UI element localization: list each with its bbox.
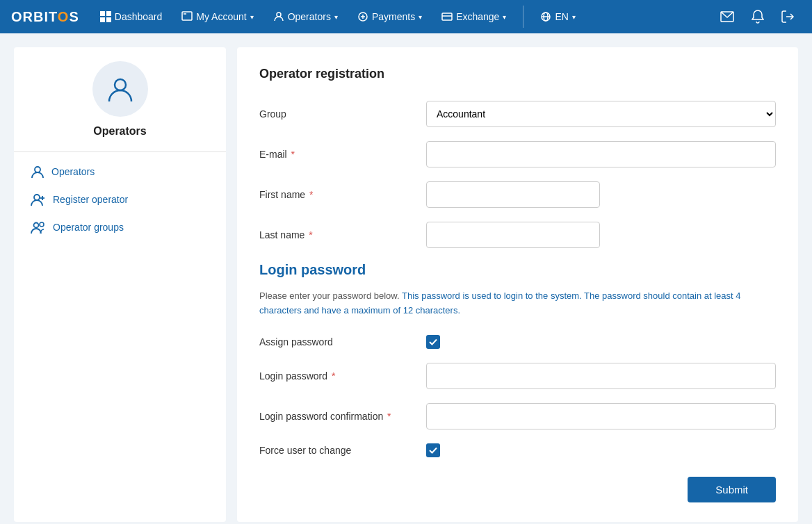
people-icon bbox=[31, 220, 46, 234]
mail-icon bbox=[720, 11, 734, 22]
nav-payments-label: Payments bbox=[372, 11, 415, 22]
svg-rect-1 bbox=[106, 11, 111, 16]
lastname-label: Last name * bbox=[259, 229, 426, 240]
content-area: Operator registration Group Accountant A… bbox=[237, 47, 798, 522]
login-password-field[interactable] bbox=[426, 363, 776, 389]
sidebar-title: Operators bbox=[93, 125, 146, 138]
nav-exchange-label: Exchange bbox=[456, 11, 499, 22]
firstname-label: First name * bbox=[259, 189, 426, 200]
page-title: Operator registration bbox=[259, 67, 776, 81]
login-password-confirm-label: Login password confirmation * bbox=[259, 411, 426, 422]
nav-divider bbox=[523, 6, 523, 28]
globe-icon bbox=[540, 11, 551, 22]
login-confirm-required-star: * bbox=[387, 411, 391, 422]
svg-point-15 bbox=[35, 167, 40, 172]
nav-myaccount-label: My Account bbox=[196, 11, 246, 22]
sidebar-item-operators-label: Operators bbox=[51, 166, 95, 177]
email-row: E-mail * bbox=[259, 141, 776, 167]
email-field[interactable] bbox=[426, 141, 776, 167]
exchange-icon bbox=[441, 11, 453, 22]
assign-password-checkbox-wrapper bbox=[426, 335, 440, 349]
myaccount-chevron-icon: ▾ bbox=[250, 13, 254, 21]
assign-password-label: Assign password bbox=[259, 336, 426, 347]
force-change-label: Force user to change bbox=[259, 445, 426, 456]
svg-point-20 bbox=[40, 222, 44, 227]
svg-point-14 bbox=[115, 79, 126, 90]
myaccount-icon bbox=[181, 11, 193, 22]
svg-rect-4 bbox=[182, 12, 192, 20]
operators-chevron-icon: ▾ bbox=[334, 13, 338, 21]
sidebar-item-operators[interactable]: Operators bbox=[14, 158, 226, 186]
password-section-desc: Please enter your password below. This p… bbox=[259, 289, 776, 318]
svg-rect-2 bbox=[100, 17, 105, 22]
sidebar-item-register-label: Register operator bbox=[53, 194, 128, 205]
sidebar-item-groups-label: Operator groups bbox=[53, 222, 124, 233]
assign-password-row: Assign password bbox=[259, 335, 776, 349]
language-chevron-icon: ▾ bbox=[572, 13, 576, 21]
logo-text: ORBITOS bbox=[11, 9, 79, 25]
nav-dashboard[interactable]: Dashboard bbox=[93, 0, 170, 33]
logo[interactable]: ORBITOS bbox=[11, 9, 79, 25]
nav-operators-label: Operators bbox=[288, 11, 331, 22]
logo-accent: O bbox=[58, 9, 70, 24]
sidebar-divider bbox=[14, 152, 226, 152]
lastname-required-star: * bbox=[309, 229, 312, 240]
firstname-row: First name * bbox=[259, 181, 776, 208]
login-password-row: Login password * bbox=[259, 363, 776, 389]
sidebar-item-register-operator[interactable]: Register operator bbox=[14, 186, 226, 213]
force-change-checkbox-wrapper bbox=[426, 443, 440, 457]
navbar: ORBITOS Dashboard My Account ▾ Operators… bbox=[0, 0, 812, 33]
svg-rect-0 bbox=[100, 11, 105, 16]
payments-icon bbox=[357, 11, 368, 22]
nav-myaccount[interactable]: My Account ▾ bbox=[174, 0, 260, 33]
payments-chevron-icon: ▾ bbox=[419, 13, 422, 21]
notifications-button[interactable] bbox=[745, 4, 770, 29]
svg-rect-8 bbox=[442, 13, 452, 20]
exchange-chevron-icon: ▾ bbox=[503, 13, 506, 21]
group-label: Group bbox=[259, 108, 426, 120]
force-checkmark-icon bbox=[429, 447, 437, 454]
login-password-required-star: * bbox=[332, 370, 335, 382]
login-password-confirm-row: Login password confirmation * bbox=[259, 403, 776, 429]
logout-button[interactable] bbox=[776, 4, 801, 29]
nav-language[interactable]: EN ▾ bbox=[533, 0, 582, 33]
logout-icon bbox=[781, 10, 795, 23]
sidebar-nav: Operators Register operator Op bbox=[14, 158, 226, 241]
sidebar: Operators Operators Register operator bbox=[14, 47, 226, 522]
submit-button[interactable]: Submit bbox=[688, 477, 776, 502]
nav-language-label: EN bbox=[555, 11, 568, 22]
login-password-confirm-field[interactable] bbox=[426, 403, 776, 429]
operators-icon bbox=[273, 11, 284, 22]
checkmark-icon bbox=[429, 338, 437, 345]
dashboard-icon bbox=[100, 11, 111, 22]
nav-exchange[interactable]: Exchange ▾ bbox=[435, 0, 513, 33]
svg-point-16 bbox=[34, 195, 40, 200]
avatar bbox=[92, 61, 148, 117]
svg-point-6 bbox=[277, 13, 281, 17]
person-add-icon bbox=[31, 193, 46, 206]
group-row: Group Accountant Admin Manager Viewer bbox=[259, 101, 776, 127]
force-change-checkbox[interactable] bbox=[426, 443, 440, 457]
group-select[interactable]: Accountant Admin Manager Viewer bbox=[426, 101, 776, 127]
firstname-field[interactable] bbox=[426, 181, 600, 208]
nav-dashboard-label: Dashboard bbox=[115, 11, 163, 22]
login-password-label: Login password * bbox=[259, 370, 426, 382]
svg-point-19 bbox=[34, 223, 39, 228]
submit-row: Submit bbox=[259, 477, 776, 502]
lastname-row: Last name * bbox=[259, 222, 776, 248]
password-section-title: Login password bbox=[259, 262, 776, 278]
lastname-field[interactable] bbox=[426, 222, 600, 248]
avatar-icon bbox=[105, 74, 136, 104]
desc-plain: Please enter your password below. bbox=[259, 290, 402, 301]
email-label: E-mail * bbox=[259, 149, 426, 160]
main-layout: Operators Operators Register operator bbox=[0, 33, 812, 524]
firstname-required-star: * bbox=[309, 189, 313, 200]
assign-password-checkbox[interactable] bbox=[426, 335, 440, 349]
sidebar-item-operator-groups[interactable]: Operator groups bbox=[14, 213, 226, 241]
force-change-row: Force user to change bbox=[259, 443, 776, 457]
svg-rect-3 bbox=[106, 17, 111, 22]
bell-icon bbox=[752, 10, 764, 24]
nav-operators[interactable]: Operators ▾ bbox=[266, 0, 345, 33]
mail-button[interactable] bbox=[715, 4, 740, 29]
nav-payments[interactable]: Payments ▾ bbox=[350, 0, 429, 33]
